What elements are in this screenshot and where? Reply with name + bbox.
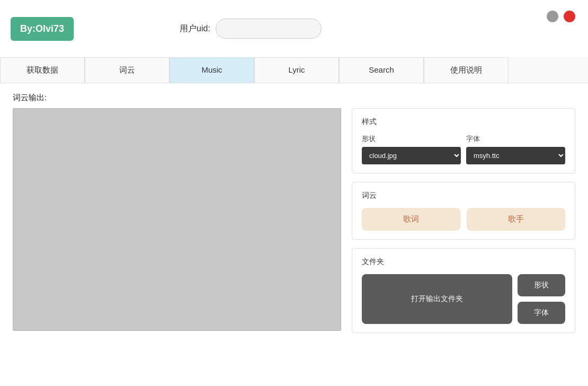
shape-folder-button[interactable]: 形状	[518, 274, 565, 296]
content-row: 样式 形状 cloud.jpg 字体 msyh.ttc	[13, 108, 575, 377]
artist-button[interactable]: 歌手	[467, 208, 565, 231]
right-panel: 样式 形状 cloud.jpg 字体 msyh.ttc	[352, 108, 575, 377]
style-section-title: 样式	[362, 117, 565, 127]
wordcloud-section: 词云 歌词 歌手	[352, 182, 575, 240]
tab-music[interactable]: Music	[170, 57, 254, 83]
folder-grid: 打开输出文件夹 形状 字体	[362, 274, 565, 324]
tab-lyric[interactable]: Lyric	[254, 57, 339, 83]
title-bar: By:Olvi73 用户uid:	[0, 0, 588, 57]
shape-label: 形状	[362, 134, 461, 144]
shape-col: 形状 cloud.jpg	[362, 134, 461, 164]
font-label: 字体	[466, 134, 565, 144]
section-label: 词云输出:	[13, 93, 575, 103]
wordcloud-section-title: 词云	[362, 191, 565, 200]
font-folder-button[interactable]: 字体	[518, 302, 565, 324]
tab-get-data[interactable]: 获取数据	[0, 57, 85, 83]
tabs-bar: 获取数据 词云 Music Lyric Search 使用说明	[0, 57, 588, 83]
tab-word-cloud[interactable]: 词云	[85, 57, 170, 83]
open-folder-button[interactable]: 打开输出文件夹	[362, 274, 512, 324]
uid-label: 用户uid:	[180, 23, 210, 34]
main-content: 词云输出: 样式 形状 cloud.jpg 字体	[0, 83, 588, 386]
lyric-button[interactable]: 歌词	[362, 208, 460, 231]
uid-input[interactable]	[216, 19, 322, 39]
shape-select[interactable]: cloud.jpg	[362, 147, 461, 164]
style-section: 样式 形状 cloud.jpg 字体 msyh.ttc	[352, 108, 575, 173]
wordcloud-btn-row: 歌词 歌手	[362, 208, 565, 231]
logo: By:Olvi73	[11, 17, 74, 41]
style-grid: 形状 cloud.jpg 字体 msyh.ttc	[362, 134, 565, 164]
tab-search[interactable]: Search	[339, 57, 424, 83]
folder-section: 文件夹 打开输出文件夹 形状 字体	[352, 248, 575, 333]
font-select[interactable]: msyh.ttc	[466, 147, 565, 164]
wordcloud-image	[13, 108, 341, 331]
font-col: 字体 msyh.ttc	[466, 134, 565, 164]
folder-section-title: 文件夹	[362, 257, 565, 267]
uid-area: 用户uid:	[180, 19, 322, 39]
tab-instructions[interactable]: 使用说明	[424, 57, 509, 83]
